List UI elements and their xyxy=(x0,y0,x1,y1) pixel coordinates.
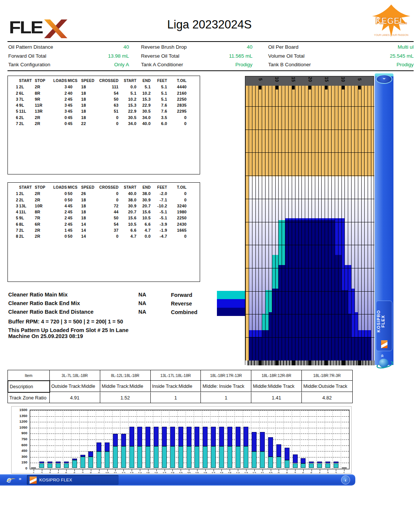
foot-gap xyxy=(341,361,345,365)
bar-forward xyxy=(121,446,126,468)
x-tick xyxy=(107,469,108,471)
bar-forward xyxy=(145,446,150,468)
ratio-cell: 1.41 xyxy=(251,392,302,403)
cell: 10.5 xyxy=(137,215,151,221)
cell: 5 xyxy=(9,108,19,114)
bar-forward xyxy=(39,463,44,468)
info-label: Oil Pattern Distance xyxy=(7,44,82,50)
cell: 2L xyxy=(19,115,35,121)
column-header: STOP xyxy=(35,185,53,191)
board-number-label: 5 xyxy=(258,75,263,83)
table-row: 82L2R0501404.70.0-4.70 xyxy=(8,233,200,239)
cell: -1.9 xyxy=(151,227,168,233)
cell: 0 xyxy=(168,197,187,203)
x-tick xyxy=(50,469,50,471)
cell: -2.0 xyxy=(151,191,168,197)
column-header: 18L-18R:17R-13R xyxy=(201,370,251,381)
cell: 11R xyxy=(35,102,53,108)
globe-icon[interactable] xyxy=(377,359,390,368)
cell: -7.1 xyxy=(151,197,168,203)
distance-line xyxy=(245,245,374,245)
track-zone-table: Item3L-7L:18L-18R8L-12L:18L-18R13L-17L:1… xyxy=(7,370,353,403)
x-tick xyxy=(132,469,132,471)
kegel-tagline: YOUR LANES | OUR PASSION xyxy=(374,34,408,37)
bar-forward xyxy=(137,446,142,468)
kosipro-flex-tab[interactable]: KOSIPRO FLEX xyxy=(376,301,392,351)
legend-reverse-swatch xyxy=(217,299,246,307)
foot-gap xyxy=(325,361,328,365)
bar-reverse xyxy=(211,427,216,446)
bar-reverse xyxy=(194,427,199,446)
distance-line xyxy=(245,268,374,268)
panel-collapse-button[interactable]: › xyxy=(376,74,392,84)
cell: 7L xyxy=(19,96,35,102)
internet-explorer-icon[interactable]: e xyxy=(7,475,16,484)
kegel-wordmark: KEGEL. xyxy=(375,16,407,26)
cell: 26 xyxy=(81,191,98,197)
cell: 4.7 xyxy=(119,233,137,239)
x-tick xyxy=(99,469,99,471)
column-header: FEET xyxy=(151,185,168,191)
cell: 9L xyxy=(19,102,35,108)
cell: 2R xyxy=(35,227,53,233)
y-axis-label: 1350 xyxy=(12,414,27,418)
distance-line xyxy=(245,291,374,292)
bar-reverse xyxy=(325,462,330,463)
info-value: 13.98 mL xyxy=(82,53,129,59)
description-row-label[interactable]: Description xyxy=(7,380,50,393)
distance-line xyxy=(245,314,374,314)
kosipro-docked-panel[interactable]: › KOSIPRO FLEX » xyxy=(375,73,395,368)
cell: 8R xyxy=(35,90,53,96)
bar-forward xyxy=(96,451,101,468)
x-axis-label: 8 xyxy=(284,471,290,474)
table-row: 62L2R04518030.534.03.50 xyxy=(8,115,200,121)
chevron-up-icon[interactable]: » xyxy=(378,354,385,357)
track-ratio-row: Track Zone Ratio4.911.52111.414.82 xyxy=(8,392,352,403)
cell: 2160 xyxy=(168,90,187,96)
x-tick xyxy=(83,469,83,471)
column-header: CROSSED xyxy=(98,78,119,84)
cell: 63 xyxy=(98,102,119,108)
column-header: START xyxy=(119,78,137,84)
cell: 1 xyxy=(9,191,19,197)
cell: 18 xyxy=(81,203,98,209)
x-gridline xyxy=(218,410,219,469)
x-axis-label: 1 xyxy=(341,471,347,474)
cell: 4.7 xyxy=(137,227,151,233)
info-label: Tank B Conditioner xyxy=(267,62,342,67)
kegel-eagle-icon: KEGEL. YOUR LANES | OUR PASSION xyxy=(368,2,414,40)
x-axis-label: 17 xyxy=(211,471,217,474)
cleaner-backend-distance-value: NA xyxy=(138,309,146,315)
description-cell: Outside Track:Middle xyxy=(50,381,100,392)
oil-per-board-chart: 01503004506007509001050120013501500 1234… xyxy=(11,406,352,474)
x-axis-label: 5 xyxy=(309,471,315,474)
x-gridline xyxy=(55,410,55,469)
cell: 2 xyxy=(53,90,68,96)
x-axis-label: 18 xyxy=(202,471,208,474)
table-row: 511L13R345185122.930.57.62295 xyxy=(8,108,200,114)
bar-forward xyxy=(236,446,240,468)
x-axis-label: 19 xyxy=(178,471,184,474)
info-row: Oil Pattern Distance40Reverse Brush Drop… xyxy=(7,43,414,52)
bar-forward xyxy=(88,457,93,468)
foot-gap xyxy=(258,361,262,365)
tray-collapse-button[interactable]: ‹ xyxy=(341,475,350,484)
kosipro-flex-task-button[interactable]: KOSIPRO FLEX xyxy=(27,475,119,485)
info-label: Reverse Brush Drop xyxy=(140,44,211,50)
cell: 3 xyxy=(9,96,19,102)
bar-reverse xyxy=(39,462,44,463)
taskbar[interactable]: e » KOSIPRO FLEX ‹ xyxy=(0,474,355,486)
distance-line xyxy=(245,176,374,176)
cell: 14 xyxy=(81,233,98,239)
x-gridline xyxy=(292,410,292,469)
x-axis-label: 19 xyxy=(194,471,200,474)
cell: 2 xyxy=(53,221,68,227)
x-tick xyxy=(344,469,344,471)
chevron-down-icon: › xyxy=(381,78,387,80)
cell: 18 xyxy=(81,102,98,108)
bar-forward xyxy=(129,446,134,468)
table-row: 49L11R345186315.322.97.62835 xyxy=(8,102,200,108)
taskbar-overflow-chevron-icon[interactable]: » xyxy=(19,476,21,481)
x-tick xyxy=(58,469,59,471)
cell: 6 xyxy=(9,221,19,227)
